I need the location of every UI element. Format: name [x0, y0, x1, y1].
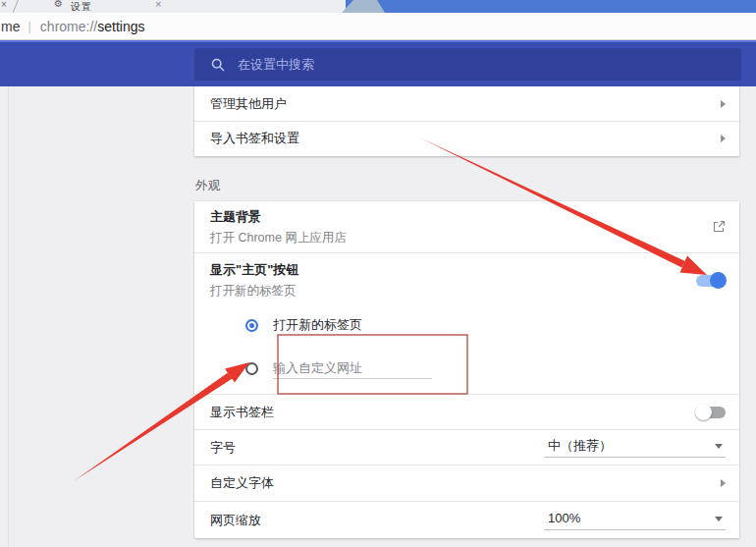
page-zoom-select[interactable]: 100% [544, 510, 726, 530]
row-font-size: 字号 中（推荐） [194, 429, 739, 465]
font-size-select[interactable]: 中（推荐） [544, 437, 726, 458]
row-title: 显示"主页"按钮 [210, 261, 298, 279]
toggle-knob [710, 272, 727, 289]
chevron-down-icon [715, 444, 723, 449]
row-title: 主题背景 [210, 208, 347, 226]
url-divider: | [27, 19, 30, 33]
search-placeholder: 在设置中搜索 [238, 56, 314, 74]
row-label: 网页缩放 [210, 512, 261, 529]
open-in-new-icon[interactable] [712, 220, 726, 234]
toggle-knob [695, 404, 712, 420]
row-custom-fonts[interactable]: 自定义字体 [194, 465, 739, 501]
custom-url-radio[interactable] [245, 362, 258, 375]
chevron-right-icon [721, 100, 726, 108]
row-show-bookmarks-bar[interactable]: 显示书签栏 [194, 394, 739, 429]
row-custom-url-option[interactable] [194, 343, 739, 394]
row-label: 管理其他用户 [210, 95, 287, 113]
row-manage-other-users[interactable]: 管理其他用户 [194, 86, 739, 121]
row-page-zoom: 网页缩放 100% [194, 501, 739, 538]
chevron-right-icon [721, 479, 726, 487]
url-prefix: me [1, 19, 20, 34]
row-subtitle: 打开新的标签页 [210, 283, 298, 300]
row-label: 自定义字体 [210, 474, 274, 492]
url-scheme: chrome:// [40, 19, 97, 34]
tab-settings[interactable]: × ⚙ 设置 × [0, 0, 346, 13]
row-label: 导入书签和设置 [210, 130, 299, 147]
settings-search-input[interactable]: 在设置中搜索 [194, 48, 741, 81]
settings-header: 在设置中搜索 [0, 40, 756, 86]
previous-tab-close-icon[interactable]: × [1, 0, 7, 10]
row-label: 显示书签栏 [210, 404, 274, 421]
section-title-appearance: 外观 [195, 178, 220, 194]
address-bar[interactable]: me | chrome:// settings [0, 13, 756, 40]
chevron-down-icon [715, 517, 723, 521]
tab-close-icon[interactable]: × [155, 0, 161, 10]
row-import-bookmarks[interactable]: 导入书签和设置 [194, 121, 739, 155]
row-label: 字号 [210, 439, 236, 457]
row-subtitle: 打开 Chrome 网上应用店 [210, 230, 347, 246]
custom-url-input[interactable] [273, 357, 432, 379]
select-value: 100% [544, 510, 726, 527]
appearance-card: 主题背景 打开 Chrome 网上应用店 显示"主页"按钮 打开新的标签页 打开… [194, 201, 739, 538]
page-left-divider [8, 86, 9, 547]
search-icon [211, 58, 225, 72]
new-tab-button[interactable] [342, 0, 385, 13]
radio-label: 打开新的标签页 [273, 316, 362, 334]
select-value: 中（推荐） [544, 437, 726, 455]
row-theme[interactable]: 主题背景 打开 Chrome 网上应用店 [194, 201, 739, 252]
bookmarks-bar-toggle[interactable] [696, 407, 726, 418]
row-open-ntp-option[interactable]: 打开新的标签页 [194, 307, 739, 343]
gear-icon: ⚙ [54, 0, 63, 9]
home-button-toggle[interactable] [696, 275, 726, 287]
tab-strip: × ⚙ 设置 × [0, 0, 756, 13]
people-card: 管理其他用户 导入书签和设置 [194, 86, 739, 156]
url-path: settings [97, 19, 144, 34]
chrome-settings-window: × ⚙ 设置 × me | chrome:// settings 在设置中搜索 … [0, 0, 756, 547]
row-show-home-button[interactable]: 显示"主页"按钮 打开新的标签页 [194, 252, 739, 307]
chevron-right-icon [721, 135, 726, 142]
ntp-radio[interactable] [245, 319, 258, 332]
tab-title[interactable]: 设置 [71, 0, 92, 14]
